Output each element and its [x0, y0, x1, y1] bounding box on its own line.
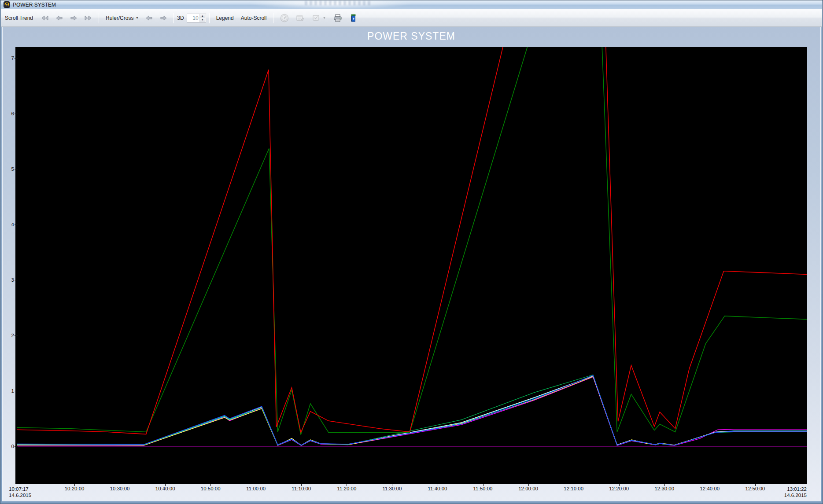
y-tick-label: 0 [4, 443, 14, 449]
y-tick-mark [15, 58, 18, 59]
ruler-cross-label: Ruler/Cross [106, 15, 133, 21]
threed-stepper[interactable]: ▲ ▼ [199, 14, 205, 22]
spin-up-icon[interactable]: ▲ [200, 14, 205, 18]
app-window: POWER SYSTEM Scroll Trend Ruler/Cro [0, 0, 823, 504]
checklist-icon [312, 14, 321, 22]
toolbar-separator [173, 13, 174, 23]
x-tick-label: 11:00:00 [237, 486, 274, 491]
ruler-step-right-button[interactable] [158, 14, 169, 22]
series-magenta [17, 377, 807, 446]
plot-area[interactable] [15, 47, 807, 484]
y-tick-label: 6 [4, 110, 14, 117]
properties-button[interactable] [294, 13, 307, 23]
scroll-last-button[interactable] [82, 14, 94, 22]
series-red [17, 47, 807, 434]
y-tick-mark [15, 446, 18, 447]
y-tick-mark [15, 114, 18, 114]
y-tick-mark [15, 280, 18, 280]
threed-spinbox: ▲ ▼ [187, 14, 206, 22]
y-tick-label: 4 [4, 221, 14, 228]
chevron-down-icon: ▼ [322, 16, 326, 20]
series-dark-green [17, 47, 807, 435]
window-title: POWER SYSTEM [13, 2, 56, 8]
gauge-icon [280, 14, 289, 22]
toolbar-separator [209, 13, 210, 23]
x-tick-label: 12:50:00 [737, 486, 774, 491]
properties-icon [296, 14, 305, 22]
series-cyan [17, 376, 807, 445]
y-tick-label: 1 [4, 388, 14, 394]
series-yellow [17, 376, 807, 445]
series-bright-green [17, 375, 807, 445]
start-date: 14.6.2015 [9, 492, 31, 498]
threed-label: 3D [177, 15, 184, 21]
x-tick-label: 12:00:00 [510, 486, 547, 491]
toolbar-separator [273, 13, 273, 23]
y-tick-mark [15, 391, 18, 391]
x-tick-label: 11:20:00 [328, 486, 365, 491]
end-date: 14.6.2015 [784, 492, 807, 498]
chart-title: POWER SYSTEM [15, 30, 807, 42]
scroll-trend-label: Scroll Trend [5, 15, 33, 21]
next-icon [70, 15, 77, 21]
toolbar-separator [99, 13, 99, 23]
autoscroll-label: Auto-Scroll [241, 15, 267, 21]
x-tick-label: 12:10:00 [555, 486, 592, 491]
y-tick-mark [15, 224, 18, 225]
time-range-button[interactable] [278, 12, 291, 24]
print-button[interactable] [331, 12, 345, 24]
y-tick-mark [15, 169, 18, 169]
end-time: 13:01:22 [784, 486, 807, 492]
tasks-dropdown-button[interactable]: ▼ [310, 13, 328, 23]
ruler-step-left-button[interactable] [144, 14, 155, 22]
start-time: 10:07:17 [9, 486, 31, 492]
x-tick-label: 12:20:00 [601, 486, 638, 491]
x-tick-label: 10:40:00 [147, 486, 184, 491]
y-tick-label: 5 [4, 166, 14, 172]
x-axis-start-label: 10:07:17 14.6.2015 [9, 486, 31, 498]
x-tick-label: 10:50:00 [192, 486, 229, 491]
x-tick-label: 11:40:00 [419, 486, 456, 491]
title-bar: POWER SYSTEM [1, 0, 822, 9]
y-tick-label: 7 [4, 55, 14, 61]
series-blue [17, 375, 807, 445]
legend-label: Legend [216, 15, 234, 21]
step-right-icon [160, 15, 167, 21]
scroll-prev-button[interactable] [54, 14, 65, 22]
scroll-first-button[interactable] [39, 14, 51, 22]
first-icon [41, 15, 49, 21]
x-tick-label: 10:20:00 [56, 486, 93, 491]
toolbar: Scroll Trend Ruler/Cross ▼ [1, 9, 822, 27]
exit-button[interactable] [347, 12, 360, 24]
x-tick-label: 11:50:00 [465, 486, 502, 491]
chart-area: POWER SYSTEM 76543210 10:20:0010:30:0010… [2, 27, 821, 501]
exit-icon [350, 14, 358, 22]
x-tick-label: 11:30:00 [373, 486, 410, 491]
x-tick-label: 11:10:00 [283, 486, 320, 491]
printer-icon [333, 14, 343, 22]
y-tick-label: 3 [4, 277, 14, 283]
x-tick-label: 10:30:00 [101, 486, 138, 491]
ruler-cross-dropdown[interactable]: Ruler/Cross ▼ [103, 14, 141, 22]
x-tick-label: 12:30:00 [646, 486, 683, 491]
spin-down-icon[interactable]: ▼ [200, 18, 205, 22]
y-tick-mark [15, 335, 18, 336]
threed-input[interactable] [187, 15, 199, 21]
scroll-next-button[interactable] [68, 14, 79, 22]
autoscroll-button[interactable]: Auto-Scroll [239, 14, 269, 22]
x-axis-end-label: 13:01:22 14.6.2015 [784, 486, 807, 498]
series-white [17, 376, 807, 445]
titlebar-background-artifact [305, 1, 371, 5]
app-icon [4, 1, 10, 8]
legend-button[interactable]: Legend [214, 14, 236, 22]
chevron-down-icon: ▼ [135, 16, 139, 20]
trend-canvas [15, 47, 807, 484]
y-tick-label: 2 [4, 332, 14, 338]
step-left-icon [146, 15, 153, 21]
x-tick-label: 12:40:00 [691, 486, 728, 491]
last-icon [84, 15, 92, 21]
prev-icon [56, 15, 63, 21]
